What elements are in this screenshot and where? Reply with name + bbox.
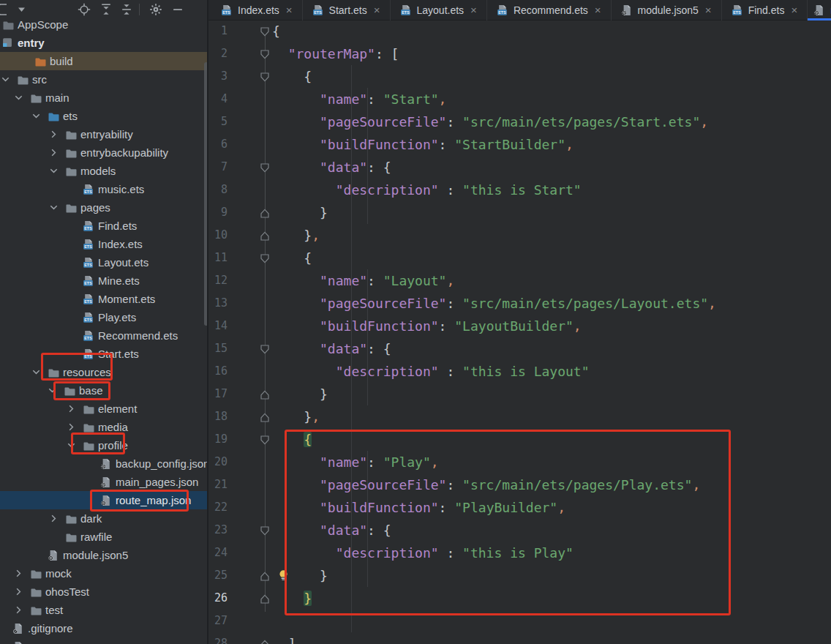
tree-item-module-json5[interactable]: module.json5	[0, 546, 207, 564]
tab-recommend-ets[interactable]: ETSRecommend.ets×	[487, 0, 612, 20]
fold-collapse-icon[interactable]	[260, 49, 269, 59]
tree-item-profile[interactable]: profile	[0, 436, 207, 454]
tree-item-media[interactable]: media	[0, 418, 207, 436]
tree-item-backup-config-json[interactable]: backup_config.json	[0, 454, 207, 473]
line-number-16: 16	[208, 360, 228, 383]
line-number-15: 15	[208, 337, 228, 360]
panel-divider[interactable]	[207, 0, 208, 644]
tree-item-start-ets[interactable]: ETSStart.ets	[0, 345, 207, 363]
close-tab-icon[interactable]: ×	[705, 5, 712, 15]
fold-end-icon[interactable]	[260, 231, 269, 240]
tree-item-route-map-json[interactable]: route_map.json	[0, 491, 207, 509]
fold-collapse-icon[interactable]	[260, 344, 269, 353]
tree-item-layout-ets[interactable]: ETSLayout.ets	[0, 253, 207, 272]
tree-item-entrybackupability[interactable]: entrybackupability	[0, 143, 207, 162]
editor-line-26: }	[272, 587, 312, 610]
tree-item-main-pages-json[interactable]: main_pages.json	[0, 473, 207, 491]
collapse-all-icon[interactable]	[120, 3, 133, 16]
tree-item-src[interactable]: src	[0, 70, 207, 89]
chevron-down-icon[interactable]	[0, 74, 11, 85]
chevron-down-icon[interactable]	[31, 111, 42, 121]
chevron-right-icon[interactable]	[13, 586, 24, 597]
tree-item-ohostest[interactable]: ohosTest	[0, 583, 207, 601]
editor-line-15: "data": {	[272, 337, 391, 360]
chevron-right-icon[interactable]	[48, 129, 59, 140]
settings-gear-icon[interactable]	[149, 3, 162, 16]
tree-item-label: Layout.ets	[98, 256, 148, 269]
tree-item-find-ets[interactable]: ETSFind.ets	[0, 217, 207, 235]
editor-pane[interactable]: 1234567891011121314151617181920212223242…	[208, 20, 831, 644]
tree-item-pages[interactable]: pages	[0, 198, 207, 217]
project-tree[interactable]: AppScopeentrybuildsrcmainetsentryability…	[0, 0, 207, 644]
tab-start-ets[interactable]: ETSStart.ets×	[303, 0, 391, 20]
fold-end-icon[interactable]	[260, 594, 269, 603]
fold-collapse-icon[interactable]	[260, 26, 269, 36]
line-number-14: 14	[208, 315, 228, 337]
tree-item-recommend-ets[interactable]: ETSRecommend.ets	[0, 326, 207, 345]
tree-item-gitignore[interactable]: .gitignore	[0, 619, 207, 637]
chevron-down-icon[interactable]	[31, 367, 42, 378]
locate-file-icon[interactable]	[78, 3, 91, 16]
chevron-right-icon[interactable]	[48, 147, 59, 158]
tree-item-entry[interactable]: entry	[0, 34, 207, 52]
tree-item-main[interactable]: main	[0, 89, 207, 107]
tree-item-partial[interactable]	[0, 637, 207, 644]
tab-module-json5[interactable]: module.json5×	[612, 0, 722, 20]
chevron-down-icon[interactable]	[13, 92, 24, 103]
expand-all-icon[interactable]	[99, 3, 113, 16]
fold-collapse-icon[interactable]	[260, 525, 269, 535]
folder-icon	[29, 92, 42, 104]
editor-code-area[interactable]: { "routerMap": [ { "name": "Start", "pag…	[272, 20, 831, 644]
tree-item-entryability[interactable]: entryability	[0, 125, 207, 143]
chevron-right-icon[interactable]	[13, 604, 24, 615]
tree-item-dark[interactable]: dark	[0, 509, 207, 528]
chevron-down-icon[interactable]	[47, 385, 58, 396]
fold-end-icon[interactable]	[260, 208, 269, 217]
chevron-right-icon[interactable]	[13, 568, 24, 579]
view-mode-caret-icon[interactable]	[15, 3, 28, 16]
tree-item-element[interactable]: element	[0, 400, 207, 418]
chevron-down-icon[interactable]	[48, 165, 59, 176]
close-tab-icon[interactable]: ×	[791, 5, 797, 15]
svg-text:ETS: ETS	[84, 354, 92, 359]
chevron-right-icon[interactable]	[48, 513, 59, 524]
tree-item-ets[interactable]: ets	[0, 107, 207, 125]
tree-item-rawfile[interactable]: rawfile	[0, 528, 207, 546]
hide-panel-icon[interactable]	[171, 3, 184, 16]
panel-icon-clipped[interactable]	[0, 3, 7, 16]
fold-collapse-icon[interactable]	[260, 162, 269, 172]
folder-icon	[64, 202, 77, 214]
tree-item-build[interactable]: build	[0, 52, 207, 70]
fold-end-icon[interactable]	[260, 389, 269, 399]
fold-collapse-icon[interactable]	[260, 435, 269, 444]
close-tab-icon[interactable]: ×	[374, 5, 380, 15]
tab-index-ets[interactable]: ETSIndex.ets×	[211, 0, 303, 20]
close-tab-icon[interactable]: ×	[286, 5, 293, 15]
fold-end-icon[interactable]	[260, 639, 269, 644]
chevron-down-icon[interactable]	[48, 202, 59, 213]
tree-item-resources[interactable]: resources	[0, 363, 207, 381]
svg-text:ETS: ETS	[84, 263, 92, 267]
editor-line-17: }	[272, 383, 328, 405]
fold-end-icon[interactable]	[260, 412, 269, 422]
tab-r[interactable]: r	[808, 0, 831, 20]
chevron-right-icon[interactable]	[66, 403, 77, 414]
close-tab-icon[interactable]: ×	[595, 5, 601, 15]
tree-item-mine-ets[interactable]: ETSMine.ets	[0, 272, 207, 290]
tree-item-models[interactable]: models	[0, 162, 207, 180]
tree-item-play-ets[interactable]: ETSPlay.ets	[0, 308, 207, 326]
fold-collapse-icon[interactable]	[260, 72, 269, 81]
tree-item-mock[interactable]: mock	[0, 564, 207, 583]
tree-item-music-ets[interactable]: ETSmusic.ets	[0, 180, 207, 198]
tree-item-index-ets[interactable]: ETSIndex.ets	[0, 235, 207, 253]
tab-find-ets[interactable]: ETSFind.ets×	[722, 0, 808, 20]
fold-collapse-icon[interactable]	[260, 253, 269, 263]
tab-layout-ets[interactable]: ETSLayout.ets×	[391, 0, 487, 20]
tree-item-test[interactable]: test	[0, 601, 207, 619]
tree-item-base[interactable]: base	[0, 381, 207, 400]
chevron-right-icon[interactable]	[66, 422, 77, 433]
chevron-down-icon[interactable]	[66, 440, 77, 451]
tree-item-moment-ets[interactable]: ETSMoment.ets	[0, 290, 207, 308]
close-tab-icon[interactable]: ×	[470, 5, 477, 15]
fold-end-icon[interactable]	[260, 571, 269, 580]
